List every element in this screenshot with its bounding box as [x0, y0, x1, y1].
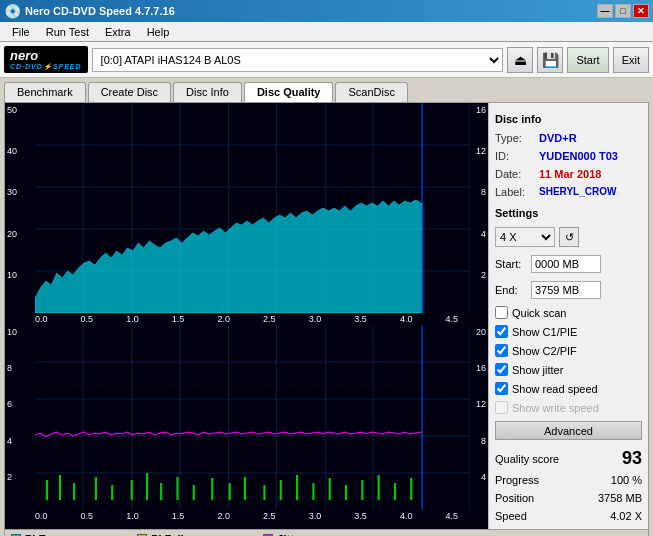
bottom-chart-y-left: 10 8 6 4 2	[5, 325, 35, 510]
window-controls: — □ ✕	[597, 4, 649, 18]
chart-area: 50 40 30 20 10 16 12 8 4 2	[5, 103, 488, 529]
svg-rect-45	[345, 485, 347, 500]
top-chart-y-left: 50 40 30 20 10	[5, 103, 35, 313]
refresh-button[interactable]: ↺	[559, 227, 579, 247]
show-write-speed-label: Show write speed	[512, 402, 599, 414]
main-content: 50 40 30 20 10 16 12 8 4 2	[4, 102, 649, 530]
speed-value: 4.02 X	[610, 510, 642, 522]
svg-rect-46	[361, 480, 363, 500]
top-chart-svg	[35, 103, 470, 313]
maximize-button[interactable]: □	[615, 4, 631, 18]
speed-select[interactable]: 4 X	[495, 227, 555, 247]
disc-info-title: Disc info	[495, 113, 642, 125]
svg-rect-29	[73, 483, 75, 500]
svg-rect-35	[176, 477, 178, 500]
menu-help[interactable]: Help	[139, 24, 178, 40]
svg-rect-32	[131, 480, 133, 500]
save-button[interactable]: 💾	[537, 47, 563, 73]
svg-rect-44	[329, 478, 331, 500]
end-label: End:	[495, 284, 527, 296]
info-panel: Disc info Type: DVD+R ID: YUDEN000 T03 D…	[488, 103, 648, 529]
drive-select[interactable]: [0:0] ATAPI iHAS124 B AL0S	[92, 48, 504, 72]
svg-rect-34	[160, 483, 162, 500]
svg-rect-38	[229, 483, 231, 500]
app-icon: 💿	[4, 3, 21, 19]
disc-type-value: DVD+R	[539, 132, 577, 144]
disc-type-label: Type:	[495, 132, 535, 144]
show-read-speed-row: Show read speed	[495, 382, 642, 395]
title-bar: 💿 Nero CD-DVD Speed 4.7.7.16 — □ ✕	[0, 0, 653, 22]
bottom-chart-x-axis: 0.0 0.5 1.0 1.5 2.0 2.5 3.0 3.5 4.0 4.5	[5, 510, 488, 522]
svg-rect-37	[211, 478, 213, 500]
disc-label-label: Label:	[495, 186, 535, 198]
svg-rect-36	[193, 485, 195, 500]
show-read-speed-label: Show read speed	[512, 383, 598, 395]
start-label: Start:	[495, 258, 527, 270]
window-title: Nero CD-DVD Speed 4.7.7.16	[25, 5, 175, 17]
eject-button[interactable]: ⏏	[507, 47, 533, 73]
svg-rect-31	[111, 485, 113, 500]
speed-label: Speed	[495, 510, 527, 522]
show-c2pif-label: Show C2/PIF	[512, 345, 577, 357]
disc-date-value: 11 Mar 2018	[539, 168, 601, 180]
disc-type-row: Type: DVD+R	[495, 132, 642, 144]
show-read-speed-checkbox[interactable]	[495, 382, 508, 395]
menu-extra[interactable]: Extra	[97, 24, 139, 40]
progress-row: Progress 100 %	[495, 474, 642, 486]
show-write-speed-checkbox[interactable]	[495, 401, 508, 414]
exit-button[interactable]: Exit	[613, 47, 649, 73]
show-c1pie-checkbox[interactable]	[495, 325, 508, 338]
speed-row: Speed 4.02 X	[495, 510, 642, 522]
show-c2pif-checkbox[interactable]	[495, 344, 508, 357]
end-mb-row: End:	[495, 281, 642, 299]
disc-id-value: YUDEN000 T03	[539, 150, 618, 162]
quality-score-row: Quality score 93	[495, 448, 642, 469]
svg-rect-39	[244, 477, 246, 500]
tab-disc-quality[interactable]: Disc Quality	[244, 82, 334, 102]
quick-scan-label: Quick scan	[512, 307, 566, 319]
disc-date-label: Date:	[495, 168, 535, 180]
quality-score-value: 93	[622, 448, 642, 469]
start-button[interactable]: Start	[567, 47, 608, 73]
position-value: 3758 MB	[598, 492, 642, 504]
tab-disc-info[interactable]: Disc Info	[173, 82, 242, 102]
svg-rect-47	[378, 475, 380, 500]
show-jitter-row: Show jitter	[495, 363, 642, 376]
quick-scan-checkbox[interactable]	[495, 306, 508, 319]
menu-file[interactable]: File	[4, 24, 38, 40]
quality-score-label: Quality score	[495, 453, 559, 465]
tab-create-disc[interactable]: Create Disc	[88, 82, 171, 102]
position-label: Position	[495, 492, 534, 504]
show-c1pie-label: Show C1/PIE	[512, 326, 577, 338]
end-input[interactable]	[531, 281, 601, 299]
quick-scan-row: Quick scan	[495, 306, 642, 319]
start-input[interactable]	[531, 255, 601, 273]
show-c2pif-row: Show C2/PIF	[495, 344, 642, 357]
svg-rect-33	[146, 473, 148, 500]
svg-rect-40	[263, 485, 265, 500]
minimize-button[interactable]: —	[597, 4, 613, 18]
top-chart: 50 40 30 20 10 16 12 8 4 2	[5, 103, 488, 313]
tab-bar: Benchmark Create Disc Disc Info Disc Qua…	[0, 78, 653, 102]
bottom-chart-svg	[35, 325, 470, 510]
advanced-button[interactable]: Advanced	[495, 421, 642, 440]
disc-label-row: Label: SHERYL_CROW	[495, 186, 642, 198]
menu-run-test[interactable]: Run Test	[38, 24, 97, 40]
svg-rect-49	[410, 478, 412, 500]
legend-bar: PI Errors Average: 4.51 Maximum: 21 Tota…	[4, 530, 649, 536]
disc-id-label: ID:	[495, 150, 535, 162]
progress-value: 100 %	[611, 474, 642, 486]
disc-label-value: SHERYL_CROW	[539, 186, 616, 198]
disc-id-row: ID: YUDEN000 T03	[495, 150, 642, 162]
svg-rect-43	[312, 483, 314, 500]
close-button[interactable]: ✕	[633, 4, 649, 18]
tab-benchmark[interactable]: Benchmark	[4, 82, 86, 102]
menu-bar: File Run Test Extra Help	[0, 22, 653, 42]
show-jitter-checkbox[interactable]	[495, 363, 508, 376]
settings-title: Settings	[495, 207, 642, 219]
tab-scan-disc[interactable]: ScanDisc	[335, 82, 407, 102]
svg-rect-42	[296, 475, 298, 500]
disc-date-row: Date: 11 Mar 2018	[495, 168, 642, 180]
svg-rect-41	[280, 480, 282, 500]
bottom-chart: 10 8 6 4 2 20 16 12 8 4	[5, 325, 488, 510]
